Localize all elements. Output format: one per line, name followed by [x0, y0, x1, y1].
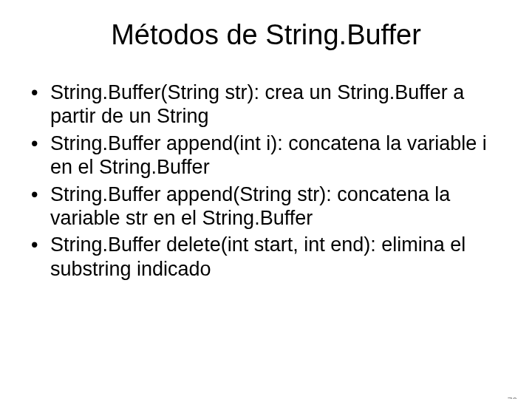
slide-body: String.Buffer(String str): crea un Strin…: [0, 81, 532, 281]
method-signature: String.Buffer delete(int start, int end)…: [50, 233, 376, 256]
list-item: String.Buffer append(int i): concatena l…: [30, 132, 499, 180]
list-item: String.Buffer(String str): crea un Strin…: [30, 81, 499, 129]
method-signature: String.Buffer append(int i):: [50, 132, 283, 154]
slide: Métodos de String.Buffer String.Buffer(S…: [0, 19, 532, 399]
method-signature: String.Buffer(String str):: [50, 81, 259, 103]
method-signature: String.Buffer append(String str):: [50, 183, 332, 205]
list-item: String.Buffer delete(int start, int end)…: [30, 233, 499, 281]
list-item: String.Buffer append(String str): concat…: [30, 183, 499, 231]
slide-title: Métodos de String.Buffer: [0, 19, 532, 51]
page-number: 76: [508, 396, 517, 399]
bullet-list: String.Buffer(String str): crea un Strin…: [30, 81, 499, 281]
